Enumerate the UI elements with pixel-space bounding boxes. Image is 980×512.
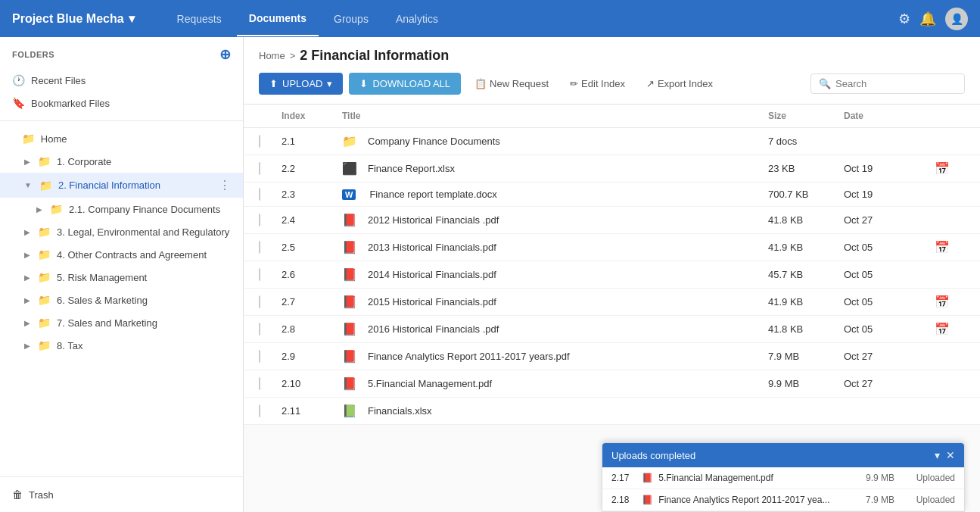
table-row[interactable]: 2.8 📕 2016 Historical Financials .pdf 41…: [244, 316, 980, 343]
edit-index-button[interactable]: ✏ Edit Index: [562, 73, 633, 95]
clock-icon: 🕐: [12, 74, 25, 86]
row-checkbox[interactable]: [259, 135, 260, 148]
tree-arrow-tax[interactable]: ▶: [24, 342, 30, 350]
tree-arrow-financial[interactable]: ▼: [24, 181, 32, 189]
sidebar-item-corporate[interactable]: ▶ 📁 1. Corporate: [0, 150, 243, 173]
upload-item-status: Uploaded: [894, 495, 955, 505]
minimize-button[interactable]: ▾: [935, 449, 940, 461]
sidebar-item-sales-marketing-2[interactable]: ▶ 📁 7. Sales and Marketing: [0, 311, 243, 334]
file-name-cell: 📕 2016 Historical Financials .pdf: [342, 322, 768, 336]
docx-icon: W: [342, 189, 356, 200]
sidebar-label-risk: 5. Risk Management: [57, 272, 231, 283]
new-request-button[interactable]: 📋 New Request: [467, 73, 556, 95]
upload-row: 2.18 📕 Finance Analytics Report 2011-201…: [602, 489, 964, 511]
calendar-icon[interactable]: 📅: [935, 295, 950, 308]
row-checkbox[interactable]: [259, 162, 260, 175]
row-checkbox[interactable]: [259, 350, 260, 363]
export-index-button[interactable]: ↗ Export Index: [639, 73, 720, 95]
file-title: 2012 Historical Financials .pdf: [368, 214, 499, 226]
upload-chevron-icon: ▾: [327, 78, 332, 89]
tree-arrow-contracts[interactable]: ▶: [24, 251, 30, 259]
sidebar-item-financial-information[interactable]: ▼ 📁 2. Financial Information ⋮: [0, 173, 243, 198]
table-row[interactable]: 2.7 📕 2015 Historical Financials.pdf 41.…: [244, 289, 980, 316]
sidebar-item-recent-files[interactable]: 🕐 Recent Files: [0, 69, 243, 92]
nav-analytics[interactable]: Analytics: [384, 2, 450, 36]
table-row[interactable]: 2.3 W Finance report template.docx 700.7…: [244, 183, 980, 207]
row-index: 2.5: [282, 242, 342, 253]
folder-icon-tax: 📁: [38, 339, 51, 351]
tree-arrow-corporate[interactable]: ▶: [24, 158, 30, 166]
sidebar-item-risk[interactable]: ▶ 📁 5. Risk Management: [0, 266, 243, 289]
sidebar-label-bookmarked: Bookmarked Files: [31, 98, 231, 109]
row-checkbox[interactable]: [259, 241, 260, 254]
file-title: 2016 Historical Financials .pdf: [368, 323, 499, 335]
search-input[interactable]: [835, 78, 957, 89]
file-title: Company Finance Documents: [368, 136, 500, 147]
close-notification-button[interactable]: ✕: [946, 449, 955, 461]
row-checkbox[interactable]: [259, 214, 260, 226]
export-icon: ↗: [646, 78, 655, 89]
settings-icon[interactable]: ⚙: [898, 11, 910, 27]
tree-arrow-company-finance[interactable]: ▶: [36, 205, 42, 214]
row-index: 2.8: [282, 323, 342, 335]
table-row[interactable]: 2.1 📁 Company Finance Documents 7 docs: [244, 128, 980, 155]
table-row[interactable]: 2.9 📕 Finance Analytics Report 2011-2017…: [244, 343, 980, 370]
sidebar-item-bookmarked-files[interactable]: 🔖 Bookmarked Files: [0, 92, 243, 114]
table-row[interactable]: 2.6 📕 2014 Historical Financials.pdf 45.…: [244, 261, 980, 289]
upload-label: UPLOAD: [282, 78, 322, 89]
avatar[interactable]: 👤: [945, 8, 968, 30]
table-row[interactable]: 2.11 📗 Financials.xlsx: [244, 398, 980, 425]
file-date: Oct 05: [844, 242, 935, 253]
sidebar-label-company-finance: 2.1. Company Finance Documents: [69, 204, 231, 215]
trash-icon: 🗑: [12, 489, 23, 501]
calendar-icon[interactable]: 📅: [935, 323, 950, 336]
table-row[interactable]: 2.10 📕 5.Financial Management.pdf 9.9 MB…: [244, 370, 980, 398]
more-options-button[interactable]: ⋮: [219, 178, 231, 192]
nav-groups[interactable]: Groups: [322, 2, 381, 36]
breadcrumb-sep: >: [290, 50, 296, 61]
search-box[interactable]: 🔍: [810, 73, 965, 94]
file-date: Oct 27: [844, 351, 935, 362]
row-checkbox[interactable]: [259, 188, 260, 201]
tree-arrow-legal[interactable]: ▶: [24, 228, 30, 236]
sidebar-divider: [0, 120, 243, 121]
sidebar-item-sales-marketing[interactable]: ▶ 📁 6. Sales & Marketing: [0, 289, 243, 311]
row-checkbox[interactable]: [259, 323, 260, 336]
upload-button[interactable]: ⬆ UPLOAD ▾: [259, 73, 343, 95]
sidebar-item-company-finance[interactable]: ▶ 📁 2.1. Company Finance Documents: [0, 198, 243, 220]
table-row[interactable]: 2.2 ⬛ Finance Report.xlsx 23 KB Oct 19 📅: [244, 155, 980, 183]
sidebar-item-other-contracts[interactable]: ▶ 📁 4. Other Contracts and Agreement: [0, 243, 243, 266]
table-row[interactable]: 2.4 📕 2012 Historical Financials .pdf 41…: [244, 207, 980, 234]
row-checkbox[interactable]: [259, 404, 260, 417]
tree-arrow-sales2[interactable]: ▶: [24, 319, 30, 327]
file-name-cell: ⬛ Finance Report.xlsx: [342, 161, 768, 176]
row-checkbox[interactable]: [259, 295, 260, 308]
calendar-icon[interactable]: 📅: [935, 241, 950, 254]
tree-arrow-sales[interactable]: ▶: [24, 296, 30, 304]
file-name-cell: 📕 2014 Historical Financials.pdf: [342, 267, 768, 282]
sidebar-item-home[interactable]: 📁 Home: [0, 127, 243, 150]
sidebar-item-tax[interactable]: ▶ 📁 8. Tax: [0, 334, 243, 357]
file-name-cell: 📕 Finance Analytics Report 2011-2017 yea…: [342, 349, 768, 364]
calendar-icon[interactable]: 📅: [935, 162, 950, 175]
row-checkbox[interactable]: [259, 268, 260, 281]
breadcrumb-home[interactable]: Home: [259, 50, 285, 61]
sidebar-item-trash[interactable]: 🗑 Trash: [0, 483, 243, 506]
table-row[interactable]: 2.5 📕 2013 Historical Financials.pdf 41.…: [244, 234, 980, 261]
row-index: 2.2: [282, 163, 342, 174]
tree-arrow-risk[interactable]: ▶: [24, 273, 30, 282]
app-title[interactable]: Project Blue Mecha ▾: [12, 11, 135, 26]
toolbar: ⬆ UPLOAD ▾ ⬇ DOWNLOAD ALL 📋 New Request …: [259, 73, 965, 104]
header: Project Blue Mecha ▾ Requests Documents …: [0, 0, 980, 37]
file-size: 23 KB: [768, 163, 844, 174]
pdf-icon: 📕: [342, 240, 357, 254]
pdf-icon: 📕: [342, 213, 357, 227]
upload-item-size: 7.9 MB: [842, 495, 894, 505]
nav-requests[interactable]: Requests: [165, 2, 234, 36]
add-folder-button[interactable]: ⊕: [219, 46, 232, 63]
nav-documents[interactable]: Documents: [237, 2, 319, 36]
download-all-button[interactable]: ⬇ DOWNLOAD ALL: [349, 73, 461, 95]
bell-icon[interactable]: 🔔: [919, 11, 936, 27]
row-checkbox[interactable]: [259, 377, 260, 390]
sidebar-item-legal[interactable]: ▶ 📁 3. Legal, Environmental and Regulato…: [0, 220, 243, 243]
